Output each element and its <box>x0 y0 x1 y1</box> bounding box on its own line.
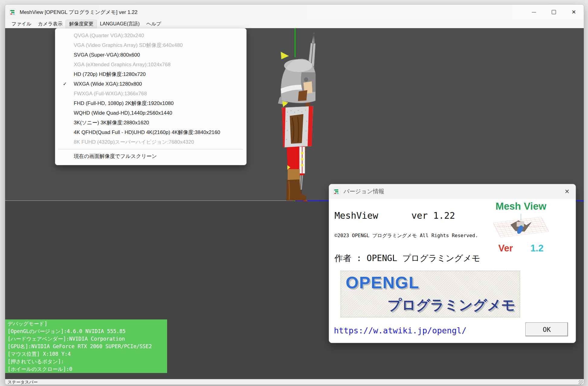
about-dialog: バージョン情報 ✕ MeshView ver 1.22 ©2023 OPENGL… <box>329 184 576 343</box>
debug-line: [マウス位置] X:108 Y:4 <box>8 350 165 358</box>
cape-pack <box>290 114 303 144</box>
check-icon: ✓ <box>63 79 67 89</box>
banner-subtitle: プログラミングメモ <box>387 296 515 315</box>
about-app-version: ver 1.22 <box>412 210 455 221</box>
maximize-button[interactable] <box>544 5 564 20</box>
debug-overlay: デバッグモード] [OpenGLのバージョン]:4.6.0 NVIDIA 555… <box>5 319 167 373</box>
about-dialog-titlebar: バージョン情報 ✕ <box>329 184 576 199</box>
debug-line: [GPU名]:NVIDIA GeForce RTX 2060 SUPER/PCI… <box>8 343 165 350</box>
meshview-logo: Mesh View <box>485 201 557 254</box>
status-bar-text: ステータスバー <box>8 380 38 385</box>
title-bar: MeshView [OPENGL プログラミングメモ] ver 1.22 ✕ <box>5 5 584 20</box>
debug-line: [ホイールのスクロール]:0 <box>8 365 165 373</box>
about-close-button[interactable]: ✕ <box>564 188 570 195</box>
debug-line: [OpenGLのバージョン]:4.6.0 NVIDIA 555.85 <box>8 328 165 335</box>
menu-help[interactable]: ヘルプ <box>143 20 164 28</box>
screen: MeshView [OPENGL プログラミングメモ] ver 1.22 ✕ フ… <box>0 0 588 386</box>
knight-model <box>271 28 331 204</box>
opengl-banner-image: OPENGL プログラミングメモ <box>340 270 520 318</box>
debug-line: デバッグモード] <box>8 320 165 328</box>
menu-item-3k[interactable]: 3K(ソニー) 3K解像度:2880x1620 <box>57 118 245 128</box>
menu-item-fullscreen[interactable]: 現在の画面解像度でフルスクリーン <box>57 152 245 161</box>
menu-item-hd[interactable]: HD (720p) HD解像度:1280x720 <box>57 70 245 79</box>
menu-resolution[interactable]: 解像度変更 <box>66 20 97 28</box>
menu-bar: ファイル カメラ表示 解像度変更 LANGUAGE(言語) ヘルプ <box>5 20 584 28</box>
menu-camera-view[interactable]: カメラ表示 <box>35 20 66 28</box>
debug-line: [ハードウェアベンダー]:NVIDIA Corporation <box>8 335 165 343</box>
minimize-icon <box>532 12 536 12</box>
about-dialog-title: バージョン情報 <box>344 188 384 195</box>
ground-line <box>5 200 295 201</box>
ok-button[interactable]: OK <box>525 322 568 336</box>
menu-separator <box>58 149 243 149</box>
menu-item-fwxga: FWXGA (Full-WXGA):1366x768 <box>57 89 245 99</box>
menu-item-qvga: QVGA (Quarter VGA):320x240 <box>57 31 245 41</box>
minimize-button[interactable] <box>524 5 544 20</box>
menu-item-4k[interactable]: 4K QFHD(Quad Full - HD)UHD 4K(2160p) 4K解… <box>57 128 245 137</box>
banner-title: OPENGL <box>346 273 419 292</box>
close-button[interactable]: ✕ <box>564 5 584 20</box>
menu-item-wxga-label: WXGA (Wide XGA):1280x800 <box>74 81 142 87</box>
window-title: MeshView [OPENGL プログラミングメモ] ver 1.22 <box>20 9 137 16</box>
logo-ver-label: Ver <box>498 243 513 254</box>
menu-item-xga: XGA (eXtended Graphics Array):1024x768 <box>57 60 245 70</box>
maximize-icon <box>552 10 556 14</box>
menu-item-svga[interactable]: SVGA (Super-VGA):800x600 <box>57 50 245 60</box>
menu-item-wxga[interactable]: ✓WXGA (Wide XGA):1280x800 <box>57 79 245 89</box>
caption-buttons: ✕ <box>524 5 584 20</box>
logo-title: Mesh View <box>485 201 557 212</box>
about-url-link[interactable]: https://w.atwiki.jp/opengl/ <box>334 326 467 335</box>
menu-item-vga: VGA (Video Graphics Array) SD解像度:640x480 <box>57 41 245 50</box>
app-icon <box>333 188 340 195</box>
helmet-plume <box>281 52 289 59</box>
menu-language[interactable]: LANGUAGE(言語) <box>97 20 143 28</box>
resize-grip[interactable] <box>579 380 583 384</box>
logo-ver-value: 1.2 <box>531 243 544 254</box>
menu-file[interactable]: ファイル <box>8 20 35 28</box>
app-icon <box>9 9 16 15</box>
about-copyright: ©2023 OPENGL プログラミングメモ All Rights Reserv… <box>334 233 478 239</box>
about-author-line: 作者 : OPENGL プログラミングメモ <box>334 253 480 264</box>
close-icon: ✕ <box>571 9 576 15</box>
status-bar: ステータスバー <box>5 379 584 385</box>
about-app-name: MeshView <box>334 210 378 221</box>
mesh-logo-image <box>491 213 551 242</box>
menu-item-8k: 8K FUHD (4320p)スーパーハイビジョン:7680x4320 <box>57 137 245 147</box>
menu-item-wqhd[interactable]: WQHD (Wide Quad-HD),1440p:2560x1440 <box>57 108 245 118</box>
about-dialog-content: MeshView ver 1.22 ©2023 OPENGL プログラミングメモ… <box>329 199 576 343</box>
resolution-dropdown-menu: QVGA (Quarter VGA):320x240 VGA (Video Gr… <box>55 28 247 165</box>
menu-item-fhd[interactable]: FHD (Full-HD, 1080p) 2K解像度:1920x1080 <box>57 99 245 108</box>
debug-line: [押されているボタン]: <box>8 358 165 365</box>
app-window: MeshView [OPENGL プログラミングメモ] ver 1.22 ✕ フ… <box>5 4 584 385</box>
boot-cuff <box>288 169 300 181</box>
